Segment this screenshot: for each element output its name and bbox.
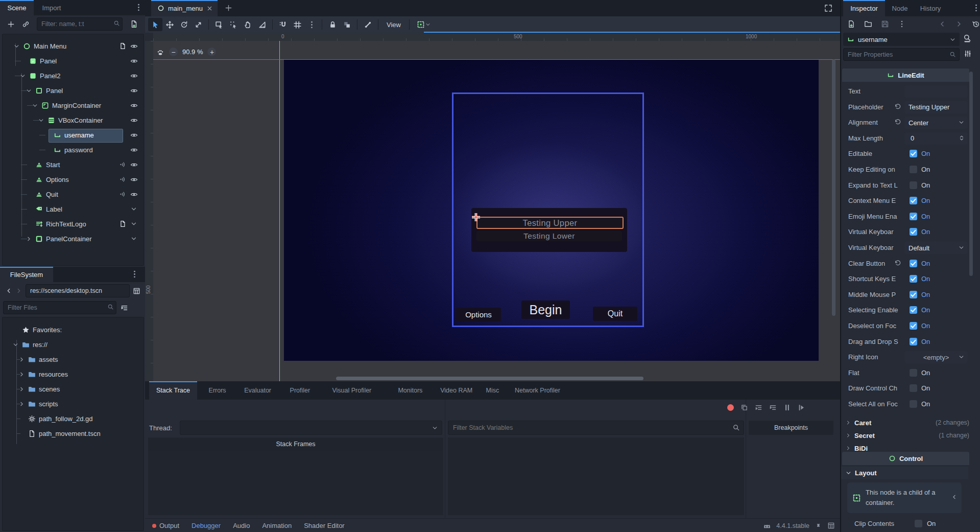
chevron-right-icon[interactable] — [18, 371, 25, 378]
filesystem-row[interactable]: path_movement.tscn — [3, 426, 144, 441]
chevron-down-icon[interactable] — [38, 117, 44, 124]
tab-scene[interactable]: Scene — [0, 0, 34, 15]
lock-node-button[interactable] — [325, 18, 340, 31]
property-checkbox[interactable] — [910, 306, 917, 314]
property-dropdown[interactable]: Center — [904, 117, 968, 129]
debugger-tab-monitors[interactable]: Monitors — [391, 381, 429, 400]
property-checkbox[interactable] — [910, 260, 917, 267]
property-dropdown[interactable]: <empty> — [904, 351, 968, 363]
panel-toggle-icon[interactable] — [827, 522, 835, 529]
signal-icon[interactable] — [119, 191, 126, 198]
plus-icon[interactable] — [225, 4, 232, 12]
eye-icon[interactable] — [130, 57, 138, 65]
ruler-tool[interactable] — [255, 18, 269, 31]
property-checkbox[interactable] — [910, 275, 917, 283]
property-dropdown[interactable]: Default — [904, 242, 968, 254]
property-checkbox[interactable] — [910, 213, 917, 220]
history-back-icon[interactable] — [938, 20, 946, 28]
property-checkbox[interactable] — [910, 181, 917, 189]
category-lineedit[interactable]: LineEdit — [842, 68, 969, 82]
fullscreen-icon[interactable] — [824, 4, 832, 12]
scene-tree-row[interactable]: Start — [3, 157, 144, 172]
view-menu[interactable]: View — [381, 21, 406, 29]
signal-icon[interactable] — [119, 161, 126, 168]
tab-node[interactable]: Node — [888, 0, 912, 16]
property-checkbox[interactable] — [910, 291, 917, 298]
chevron-down-icon[interactable] — [130, 235, 137, 242]
password-lineedit[interactable]: Testing Lower — [476, 231, 622, 241]
smart-snap-toggle[interactable] — [276, 18, 290, 31]
options-button[interactable]: Options — [456, 308, 501, 321]
revert-icon[interactable] — [894, 119, 901, 126]
chevron-down-icon[interactable] — [12, 341, 19, 348]
eye-icon[interactable] — [130, 146, 138, 154]
begin-button[interactable]: Begin — [521, 300, 570, 319]
dots-v-icon[interactable] — [972, 4, 980, 12]
bottom-panel-debugger[interactable]: Debugger — [185, 522, 227, 529]
tab-history[interactable]: History — [915, 0, 946, 16]
property-group-secret[interactable]: Secret(1 change) — [841, 429, 972, 442]
pause-icon[interactable] — [783, 404, 791, 411]
chevron-right-icon[interactable] — [18, 356, 25, 363]
chevron-down-icon[interactable] — [32, 102, 38, 109]
paw-icon[interactable] — [156, 48, 164, 56]
filesystem-row[interactable]: Favorites: — [3, 322, 144, 337]
stack-variables-list[interactable] — [448, 437, 744, 515]
node-selector-dropdown[interactable]: username — [843, 33, 960, 46]
debugger-tab-video-ram[interactable]: Video RAM — [433, 381, 480, 400]
chevron-left-icon[interactable] — [951, 494, 958, 500]
scene-tree-row[interactable]: Panel — [3, 54, 144, 68]
chevron-down-icon[interactable] — [13, 43, 20, 50]
property-checkbox[interactable] — [910, 228, 917, 236]
dots-v-icon[interactable] — [130, 270, 139, 279]
property-checkbox[interactable] — [910, 400, 917, 408]
filesystem-row[interactable]: scenes — [3, 382, 144, 397]
chevron-left-icon[interactable] — [5, 287, 12, 294]
chevron-down-icon[interactable] — [19, 73, 26, 79]
filter-stack-variables-input[interactable] — [448, 421, 744, 435]
property-field[interactable] — [904, 85, 968, 98]
scene-tree-row[interactable]: username — [3, 128, 144, 143]
plus-icon[interactable] — [7, 20, 15, 28]
stack-frames-list[interactable] — [148, 451, 443, 515]
property-field[interactable]: Testing Upper — [904, 101, 968, 113]
list-expand-icon[interactable] — [121, 304, 128, 312]
file-filter-input[interactable] — [3, 301, 116, 314]
filter-properties-input[interactable] — [843, 48, 960, 61]
pin-icon[interactable] — [815, 522, 822, 529]
continue-icon[interactable] — [798, 404, 805, 411]
tab-filesystem[interactable]: FileSystem — [0, 267, 53, 282]
eye-icon[interactable] — [130, 117, 138, 124]
property-group-caret[interactable]: Caret(2 changes) — [841, 417, 972, 429]
bottom-panel-output[interactable]: Output — [146, 522, 185, 529]
save-resource-icon[interactable] — [881, 20, 889, 28]
property-checkbox[interactable] — [910, 369, 917, 377]
panel-toggle-icon[interactable] — [133, 287, 140, 295]
filesystem-row[interactable]: path_follow_2d.gd — [3, 411, 144, 426]
debugger-tab-profiler[interactable]: Profiler — [283, 381, 318, 400]
eye-icon[interactable] — [130, 161, 138, 169]
section-layout[interactable]: Layout — [841, 467, 968, 479]
horizontal-scrollbar[interactable] — [336, 377, 643, 380]
eye-icon[interactable] — [130, 176, 138, 183]
object-history-icon[interactable] — [972, 20, 980, 28]
chevron-right-icon[interactable] — [18, 386, 25, 392]
history-forward-icon[interactable] — [955, 20, 963, 28]
inspector-scrollbar[interactable] — [969, 72, 973, 276]
pivot-tool[interactable] — [226, 18, 241, 31]
copy-icon[interactable] — [740, 404, 748, 411]
scene-tree-row[interactable]: password — [3, 143, 144, 157]
debugger-tab-stack-trace[interactable]: Stack Trace — [149, 381, 197, 400]
group-node-button[interactable] — [340, 18, 354, 31]
eye-icon[interactable] — [130, 102, 138, 109]
scene-tree-row[interactable]: Main Menu — [3, 39, 144, 54]
category-control[interactable]: Control — [842, 452, 969, 465]
scene-tree-row[interactable]: Panel — [3, 83, 144, 98]
pan-tool[interactable] — [241, 18, 255, 31]
chevron-down-icon[interactable] — [130, 205, 137, 213]
scene-tree-row[interactable]: VBoxContainer — [3, 113, 144, 128]
spin-icon[interactable] — [958, 134, 965, 142]
chevron-right-icon[interactable] — [15, 287, 22, 294]
chevron-down-icon[interactable] — [130, 220, 137, 227]
property-checkbox[interactable] — [910, 322, 917, 330]
